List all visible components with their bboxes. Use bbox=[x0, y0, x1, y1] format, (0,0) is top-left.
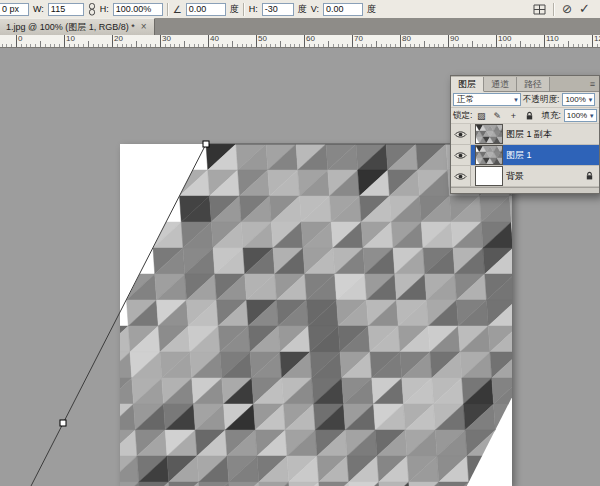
lock-label: 锁定: bbox=[453, 110, 472, 122]
ruler-label: 120 bbox=[594, 35, 600, 43]
height-input[interactable]: 100.00% bbox=[113, 3, 163, 16]
layer-row-copy[interactable]: 图层 1 副本 bbox=[451, 124, 599, 145]
ruler-label: 110 bbox=[546, 35, 559, 43]
panel-menu-icon[interactable]: ≡ bbox=[586, 77, 599, 91]
blend-mode-select[interactable]: 正常 ▼ bbox=[453, 93, 521, 106]
lock-row: 锁定: ▨ ✎ + 填充: 100% ▼ bbox=[451, 108, 599, 124]
width-label: W: bbox=[33, 4, 44, 14]
skew-vertical-input[interactable]: 0.00 bbox=[323, 3, 363, 16]
link-dimensions-icon[interactable] bbox=[88, 3, 96, 16]
ruler-label: 30 bbox=[162, 35, 171, 43]
separator bbox=[243, 3, 245, 16]
y-position-field[interactable]: 0 px bbox=[0, 3, 29, 16]
chevron-down-icon: ▼ bbox=[589, 113, 595, 119]
commit-transform-icon[interactable]: ✓ bbox=[579, 3, 590, 15]
eye-icon bbox=[454, 151, 467, 160]
visibility-toggle[interactable] bbox=[451, 124, 471, 144]
ruler-label: 20 bbox=[114, 35, 123, 43]
chevron-down-icon: ▼ bbox=[513, 97, 519, 103]
visibility-toggle[interactable] bbox=[451, 166, 471, 186]
layer-name[interactable]: 背景 bbox=[506, 170, 585, 183]
layers-panel: 图层 通道 路径 ≡ 正常 ▼ 不透明度: 100% ▼ 锁定: ▨ ✎ + 填… bbox=[450, 75, 600, 194]
lock-position-icon[interactable]: + bbox=[506, 109, 520, 123]
tab-layers[interactable]: 图层 bbox=[451, 77, 484, 92]
cancel-transform-icon[interactable]: ⊘ bbox=[562, 3, 572, 15]
ruler-label: 0 bbox=[18, 35, 22, 43]
ruler-label: 70 bbox=[354, 35, 363, 43]
ruler-label: 80 bbox=[402, 35, 411, 43]
layer-thumbnail[interactable] bbox=[475, 166, 503, 186]
layer-thumbnail[interactable] bbox=[475, 145, 503, 165]
opacity-value: 100% bbox=[565, 95, 585, 104]
layers-list: 图层 1 副本 图层 1 背景 bbox=[451, 124, 599, 187]
chevron-down-icon: ▼ bbox=[587, 97, 593, 103]
width-input[interactable]: 115 bbox=[48, 3, 84, 16]
eye-icon bbox=[454, 130, 467, 139]
fill-input[interactable]: 100% ▼ bbox=[564, 109, 597, 122]
ruler-label: 50 bbox=[258, 35, 267, 43]
eye-icon bbox=[454, 172, 467, 181]
fill-label: 填充: bbox=[541, 110, 560, 122]
background-lock-icon bbox=[585, 171, 594, 181]
transform-options-bar: 0 px W: 115 H: 100.00% ∠ 0.00 度 H: -30 度… bbox=[0, 0, 600, 19]
skew-horizontal-input[interactable]: -30 bbox=[262, 3, 294, 16]
opacity-label: 不透明度: bbox=[523, 94, 559, 106]
photoshop-window: 0 px W: 115 H: 100.00% ∠ 0.00 度 H: -30 度… bbox=[0, 0, 600, 486]
layer-name[interactable]: 图层 1 副本 bbox=[506, 128, 599, 141]
tab-paths[interactable]: 路径 bbox=[517, 77, 550, 91]
degree-unit: 度 bbox=[298, 3, 307, 16]
separator bbox=[553, 3, 555, 16]
lock-all-icon[interactable] bbox=[522, 109, 536, 123]
visibility-toggle[interactable] bbox=[451, 145, 471, 165]
layer-row-background[interactable]: 背景 bbox=[451, 166, 599, 187]
ruler-label: 10 bbox=[66, 35, 75, 43]
opacity-input[interactable]: 100% ▼ bbox=[562, 93, 595, 106]
panel-bottom-bar bbox=[451, 187, 599, 193]
ruler-label: 90 bbox=[450, 35, 459, 43]
document-tab-title: 1.jpg @ 100% (图层 1, RGB/8) * bbox=[6, 21, 135, 34]
tab-channels[interactable]: 通道 bbox=[484, 77, 517, 91]
transform-handle-left-middle[interactable] bbox=[60, 420, 66, 426]
layer-thumbnail[interactable] bbox=[475, 124, 503, 144]
rotation-angle-icon: ∠ bbox=[173, 4, 182, 15]
tab-close-icon[interactable]: × bbox=[141, 22, 147, 32]
document-page bbox=[120, 144, 512, 486]
skew-vertical-label: V: bbox=[311, 4, 319, 14]
degree-unit: 度 bbox=[367, 3, 376, 16]
blend-mode-row: 正常 ▼ 不透明度: 100% ▼ bbox=[451, 92, 599, 108]
layer-name[interactable]: 图层 1 bbox=[506, 149, 599, 162]
height-label: H: bbox=[100, 4, 109, 14]
degree-unit: 度 bbox=[230, 3, 239, 16]
fill-value: 100% bbox=[567, 111, 587, 120]
separator bbox=[167, 3, 169, 16]
panel-tab-strip: 图层 通道 路径 ≡ bbox=[451, 76, 599, 92]
ruler-label: 40 bbox=[210, 35, 219, 43]
lock-pixels-icon[interactable]: ✎ bbox=[490, 109, 504, 123]
warp-mode-toggle-icon[interactable] bbox=[533, 4, 546, 15]
layer-row-selected[interactable]: 图层 1 bbox=[451, 145, 599, 166]
document-tab[interactable]: 1.jpg @ 100% (图层 1, RGB/8) * × bbox=[0, 18, 155, 35]
ruler-label: 60 bbox=[306, 35, 315, 43]
transformed-layer-content[interactable] bbox=[120, 144, 512, 486]
blend-mode-value: 正常 bbox=[457, 94, 474, 106]
rotation-input[interactable]: 0.00 bbox=[186, 3, 226, 16]
ruler-label: 100 bbox=[498, 35, 511, 43]
lock-transparency-icon[interactable]: ▨ bbox=[474, 109, 488, 123]
skew-horizontal-label: H: bbox=[249, 4, 258, 14]
horizontal-ruler: 0102030405060708090100110120 bbox=[0, 35, 600, 48]
